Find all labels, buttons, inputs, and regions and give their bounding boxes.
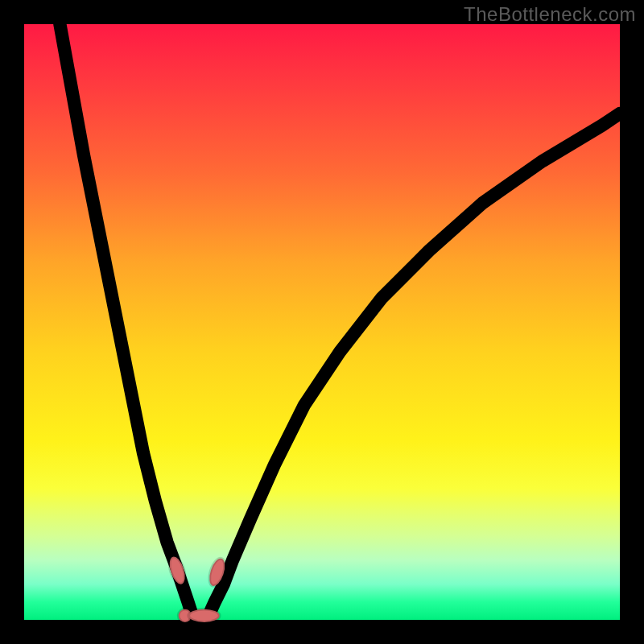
marker-0: [167, 555, 188, 586]
curves-svg: [24, 24, 620, 620]
watermark-text: TheBottleneck.com: [464, 3, 636, 26]
plot-area: [24, 24, 620, 620]
right-branch-curve: [208, 114, 620, 615]
chart-root: TheBottleneck.com: [0, 0, 644, 644]
marker-3: [188, 609, 219, 622]
left-branch-curve: [60, 24, 192, 615]
